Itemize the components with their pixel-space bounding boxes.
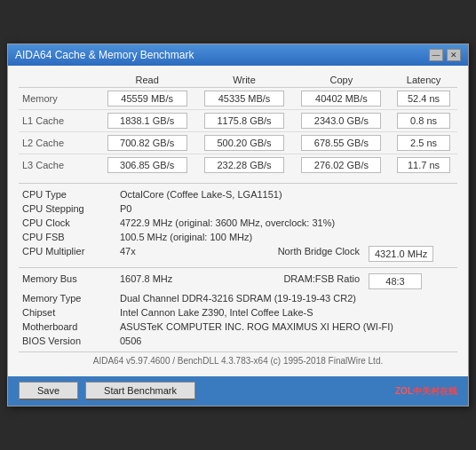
bench-write: 232.28 GB/s <box>204 157 284 173</box>
info-row: Memory Bus 1607.8 MHz DRAM:FSB Ratio 48:… <box>19 272 457 291</box>
info-row: CPU Clock 4722.9 MHz (original: 3600 MHz… <box>19 216 457 230</box>
watermark-suffix: 中关村在线 <box>413 386 457 396</box>
bench-latency: 11.7 ns <box>397 157 450 173</box>
close-button[interactable]: ✕ <box>447 49 461 61</box>
titlebar-controls: — ✕ <box>429 49 461 61</box>
watermark-prefix: ZOL <box>395 386 413 396</box>
bench-copy: 678.55 GB/s <box>301 135 381 151</box>
info-row: CPU Type OctalCore (Coffee Lake-S, LGA11… <box>19 187 457 201</box>
info-row: BIOS Version 0506 <box>19 334 457 348</box>
bench-read: 306.85 GB/s <box>107 157 187 173</box>
bench-label: L1 Cache <box>19 110 99 132</box>
titlebar: AIDA64 Cache & Memory Benchmark — ✕ <box>8 44 468 66</box>
minimize-button[interactable]: — <box>429 49 443 61</box>
bench-latency: 2.5 ns <box>397 135 450 151</box>
bench-row: L2 Cache 700.82 GB/s 500.20 GB/s 678.55 … <box>19 132 457 154</box>
bench-row: L3 Cache 306.85 GB/s 232.28 GB/s 276.02 … <box>19 154 457 177</box>
button-group: Save Start Benchmark <box>19 382 195 400</box>
benchmark-table: Read Write Copy Latency Memory 45559 MB/… <box>19 73 457 176</box>
bench-row: Memory 45559 MB/s 45335 MB/s 40402 MB/s … <box>19 88 457 110</box>
main-content: Read Write Copy Latency Memory 45559 MB/… <box>8 66 468 376</box>
start-benchmark-button[interactable]: Start Benchmark <box>85 382 195 400</box>
col-latency: Latency <box>390 73 457 88</box>
bench-label: L3 Cache <box>19 154 99 177</box>
save-button[interactable]: Save <box>19 382 78 400</box>
col-copy: Copy <box>293 73 390 88</box>
divider-2 <box>19 267 457 268</box>
info-row: CPU Multiplier 47x North Bridge Clock 43… <box>19 244 457 264</box>
col-label <box>19 73 99 88</box>
info-row: CPU FSB 100.5 MHz (original: 100 MHz) <box>19 230 457 244</box>
info-row: Memory Type Dual Channel DDR4-3216 SDRAM… <box>19 291 457 305</box>
bottom-bar: Save Start Benchmark ZOL中关村在线 <box>8 376 468 406</box>
bench-read: 1838.1 GB/s <box>107 113 187 129</box>
bench-label: Memory <box>19 88 99 110</box>
bench-label: L2 Cache <box>19 132 99 154</box>
col-read: Read <box>99 73 195 88</box>
bench-latency: 52.4 ns <box>397 91 450 107</box>
divider-1 <box>19 183 457 184</box>
window-title: AIDA64 Cache & Memory Benchmark <box>15 49 194 61</box>
footer-text: AIDA64 v5.97.4600 / BenchDLL 4.3.783-x64… <box>19 351 457 369</box>
bench-latency: 0.8 ns <box>397 113 450 129</box>
info-row: Chipset Intel Cannon Lake Z390, Intel Co… <box>19 305 457 320</box>
bench-copy: 276.02 GB/s <box>301 157 381 173</box>
col-write: Write <box>195 73 292 88</box>
main-window: AIDA64 Cache & Memory Benchmark — ✕ Read… <box>7 43 469 407</box>
info-row: CPU Stepping P0 <box>19 201 457 216</box>
watermark: ZOL中关村在线 <box>395 385 457 398</box>
info-row: Motherboard ASUSTeK COMPUTER INC. ROG MA… <box>19 320 457 334</box>
system-info-table: Memory Bus 1607.8 MHz DRAM:FSB Ratio 48:… <box>19 272 457 348</box>
bench-row: L1 Cache 1838.1 GB/s 1175.8 GB/s 2343.0 … <box>19 110 457 132</box>
bench-copy: 40402 MB/s <box>301 91 381 107</box>
bench-read: 45559 MB/s <box>107 91 187 107</box>
bench-read: 700.82 GB/s <box>107 135 187 151</box>
bench-copy: 2343.0 GB/s <box>301 113 381 129</box>
bench-write: 45335 MB/s <box>204 91 284 107</box>
bench-write: 1175.8 GB/s <box>204 113 284 129</box>
cpu-info-table: CPU Type OctalCore (Coffee Lake-S, LGA11… <box>19 187 457 264</box>
bench-write: 500.20 GB/s <box>204 135 284 151</box>
